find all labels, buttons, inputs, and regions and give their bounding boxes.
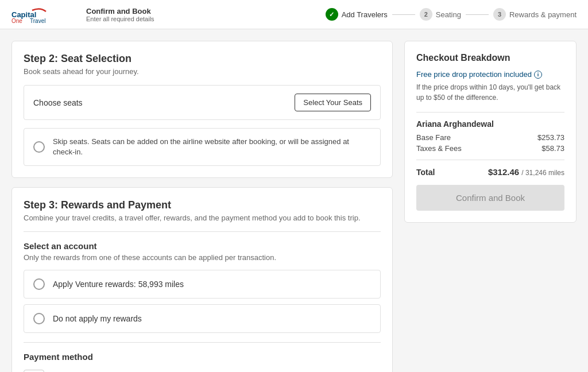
step-3-circle: 3 [493,8,506,21]
select-seats-button[interactable]: Select Your Seats [295,94,371,111]
header: Capital One Travel Confirm and Book Ente… [0,0,588,29]
venture-radio-inner [37,282,41,286]
step-1: ✓ Add Travelers [326,8,388,21]
step2-card: Step 2: Seat Selection Book seats ahead … [11,41,393,178]
divider-2 [24,342,381,343]
step2-title: Step 2: Seat Selection [24,53,381,65]
svg-text:Travel: Travel [30,18,45,23]
step3-card: Step 3: Rewards and Payment Combine your… [11,187,393,372]
confirm-sub: Enter all required details [86,16,154,22]
logo-svg: Capital One Travel [11,6,63,23]
skip-radio[interactable] [33,141,45,153]
step-2-label: Seating [436,10,461,19]
step-divider-2 [466,14,489,15]
taxes-fees-value: $58.73 [541,144,564,153]
content-area: Step 2: Seat Selection Book seats ahead … [11,41,393,372]
confirm-title: Confirm and Book [86,7,154,16]
taxes-fees-row: Taxes & Fees $58.73 [416,144,564,153]
confirm-book-button[interactable]: Confirm and Book [416,185,564,211]
total-label: Total [416,168,435,177]
skip-radio-inner [37,145,41,149]
payment-method-title: Payment method [24,352,381,362]
choose-seats-label: Choose seats [33,98,83,107]
step2-subtitle: Book seats ahead for your journey. [24,67,381,76]
free-protection-text: Free price drop protection included [416,70,532,79]
venture-rewards-option[interactable]: Apply Venture rewards: 58,993 miles [24,270,381,299]
sidebar-divider-1 [416,112,564,113]
step-1-circle: ✓ [326,8,338,21]
base-fare-value: $253.73 [537,133,564,142]
total-value: $312.46 / 31,246 miles [488,167,564,177]
info-icon[interactable]: i [534,71,542,79]
step3-title: Step 3: Rewards and Payment [24,199,381,211]
no-rewards-label: Do not apply my rewards [53,314,142,323]
total-amount: $312.46 [488,167,519,177]
select-account-sub: Only the rewards from one of these accou… [24,253,381,262]
total-miles: / 31,246 miles [521,169,564,177]
step-1-label: Add Travelers [342,10,388,19]
add-card-button[interactable]: + [24,370,44,372]
sidebar: Checkout Breakdown Free price drop prote… [404,41,577,372]
venture-radio[interactable] [33,278,45,290]
taxes-fees-label: Taxes & Fees [416,144,462,153]
step3-subtitle: Combine your travel credits, a travel of… [24,214,381,222]
total-row: Total $312.46 / 31,246 miles [416,167,564,177]
logo: Capital One Travel [11,6,63,23]
select-account-title: Select an account [24,241,381,251]
venture-rewards-label: Apply Venture rewards: 58,993 miles [53,280,184,289]
main-layout: Step 2: Seat Selection Book seats ahead … [0,29,588,372]
step-2: 2 Seating [420,8,461,21]
skip-seats-row[interactable]: Skip seats. Seats can be added on the ai… [24,128,381,166]
no-rewards-radio-inner [37,316,41,321]
no-rewards-option[interactable]: Do not apply my rewards [24,304,381,333]
divider-1 [24,231,381,232]
steps-nav: ✓ Add Travelers 2 Seating 3 Rewards & pa… [326,8,577,21]
protection-desc: If the price drops within 10 days, you'l… [416,82,564,103]
add-card-row: + Add your Venture credit card [24,370,381,372]
base-fare-row: Base Fare $253.73 [416,133,564,142]
skip-text: Skip seats. Seats can be added on the ai… [53,137,371,157]
no-rewards-radio[interactable] [33,313,45,324]
confirm-section: Confirm and Book Enter all required deta… [86,7,154,22]
step-3-label: Rewards & payment [509,10,577,19]
svg-text:One: One [11,18,22,23]
choose-seats-row: Choose seats Select Your Seats [24,85,381,120]
step-2-circle: 2 [420,8,432,21]
passenger-name: Ariana Arghandewal [416,119,564,129]
checkout-title: Checkout Breakdown [416,53,564,63]
step-divider-1 [392,14,415,15]
sidebar-divider-2 [416,160,564,160]
base-fare-label: Base Fare [416,133,451,142]
free-protection-row: Free price drop protection included i [416,70,564,79]
step-3: 3 Rewards & payment [493,8,577,21]
checkout-breakdown-card: Checkout Breakdown Free price drop prote… [404,41,577,223]
